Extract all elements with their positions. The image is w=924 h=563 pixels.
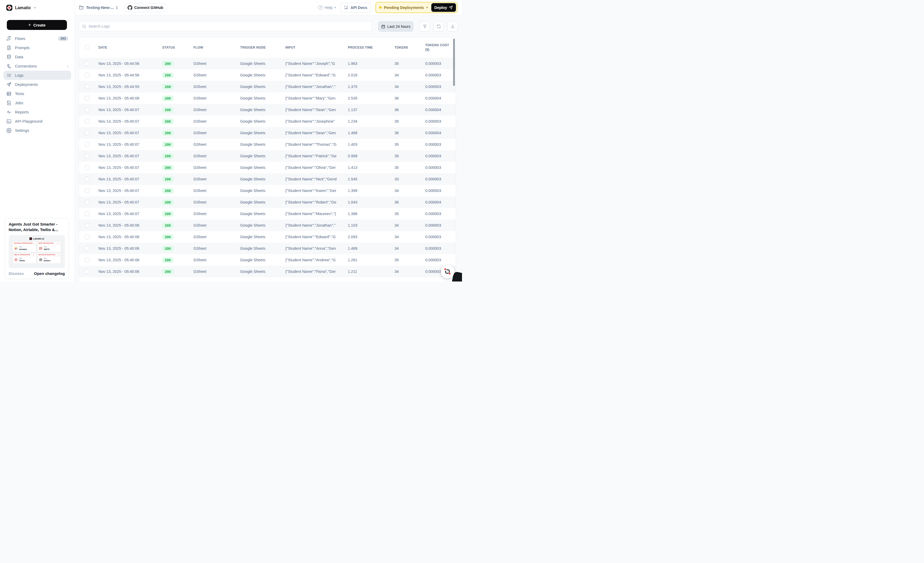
row-checkbox[interactable] bbox=[85, 258, 90, 262]
row-checkbox[interactable] bbox=[85, 165, 90, 170]
sidebar-item-api-playground[interactable]: API Playground bbox=[3, 117, 71, 126]
date-range-button[interactable]: Last 24 hours bbox=[378, 21, 413, 32]
log-row[interactable]: Nov 13, 2025 - 05:40:07200GSheetGoogle S… bbox=[79, 185, 456, 197]
project-selector[interactable]: Testing-New-... ▴▾ bbox=[79, 5, 118, 10]
row-checkbox[interactable] bbox=[85, 154, 90, 158]
log-row[interactable]: Nov 13, 2025 - 05:40:07200GSheetGoogle S… bbox=[79, 127, 456, 139]
log-row[interactable]: Nov 13, 2025 - 05:40:06200GSheetGoogle S… bbox=[79, 266, 456, 277]
log-input: {"Student Name":"Joseph","G bbox=[285, 62, 348, 66]
log-tokens: 34 bbox=[394, 223, 425, 227]
chevron-down-icon[interactable]: ▾ bbox=[426, 6, 428, 9]
column-header-process-time[interactable]: PROCESS TIME bbox=[348, 46, 394, 50]
sidebar-item-flows[interactable]: Flows293 bbox=[3, 34, 71, 43]
log-tokens-cost: 0.000003 bbox=[425, 212, 456, 216]
dismiss-button[interactable]: Dismiss bbox=[9, 271, 24, 276]
log-row[interactable]: Nov 13, 2025 - 05:40:07200GSheetGoogle S… bbox=[79, 150, 456, 162]
filter-button[interactable] bbox=[420, 21, 430, 32]
row-checkbox[interactable] bbox=[85, 61, 90, 66]
row-checkbox[interactable] bbox=[85, 212, 90, 216]
refresh-button[interactable] bbox=[434, 21, 444, 32]
sidebar-item-label: Logs bbox=[15, 73, 24, 78]
deploy-button[interactable]: Deploy bbox=[431, 3, 456, 12]
column-header-tokens[interactable]: TOKENS bbox=[394, 46, 425, 50]
column-header-flow[interactable]: FLOW bbox=[194, 46, 240, 50]
log-row[interactable]: Nov 13, 2025 - 05:40:07200GSheetGoogle S… bbox=[79, 197, 456, 208]
column-header-trigger-node[interactable]: TRIGGER NODE bbox=[240, 46, 285, 50]
column-header-tokens-cost[interactable]: TOKENS COST ($) bbox=[425, 43, 449, 52]
column-header-status[interactable]: STATUS bbox=[162, 46, 194, 50]
help-label: Help bbox=[324, 5, 333, 10]
row-checkbox[interactable] bbox=[85, 142, 90, 147]
log-row[interactable]: Nov 13, 2025 - 05:40:07200GSheetGoogle S… bbox=[79, 162, 456, 173]
sidebar-item-logs[interactable]: Logs bbox=[3, 71, 71, 80]
sidebar-item-tests[interactable]: Tests bbox=[3, 89, 71, 98]
search-input[interactable] bbox=[88, 24, 369, 29]
log-row[interactable]: Nov 13, 2025 - 05:40:07200GSheetGoogle S… bbox=[79, 139, 456, 150]
download-button[interactable] bbox=[447, 21, 458, 32]
sidebar-item-jobs[interactable]: Jobs bbox=[3, 98, 71, 107]
row-checkbox[interactable] bbox=[85, 223, 90, 228]
row-checkbox[interactable] bbox=[85, 131, 90, 135]
row-checkbox[interactable] bbox=[85, 246, 90, 251]
log-input: {"Student Name":"Sean","Gen bbox=[285, 131, 348, 135]
sidebar-item-connections[interactable]: Connections› bbox=[3, 62, 71, 71]
sidebar-item-deployments[interactable]: Deployments bbox=[3, 80, 71, 89]
log-tokens: 35 bbox=[394, 258, 425, 262]
log-row[interactable]: Nov 13, 2025 - 05:40:06200GSheetGoogle S… bbox=[79, 243, 456, 254]
help-menu[interactable]: ? Help ▾ bbox=[318, 5, 336, 10]
deploy-label: Deploy bbox=[434, 6, 447, 10]
log-row[interactable]: Nov 13, 2025 - 05:44:56200GSheetGoogle S… bbox=[79, 69, 456, 81]
brand[interactable]: Lamatic ▾ bbox=[0, 0, 75, 11]
log-flow: GSheet bbox=[194, 212, 240, 216]
log-row[interactable]: Nov 13, 2025 - 05:40:07200GSheetGoogle S… bbox=[79, 116, 456, 127]
sidebar-item-settings[interactable]: Settings bbox=[3, 126, 71, 135]
log-process-time: 1.963 bbox=[348, 62, 394, 66]
pending-deployments-label[interactable]: Pending Deployments bbox=[384, 6, 424, 10]
sidebar-item-label: Flows bbox=[15, 36, 25, 41]
integration-grid: AIRTABLE INTEGRATION▸ –AppAirtableSMTP I… bbox=[13, 242, 61, 263]
log-tokens: 34 bbox=[394, 235, 425, 239]
log-tokens: 34 bbox=[394, 189, 425, 193]
row-checkbox[interactable] bbox=[85, 234, 90, 239]
row-checkbox[interactable] bbox=[85, 119, 90, 124]
log-input: {"Student Name":"Sean","Gen bbox=[285, 108, 348, 112]
row-checkbox[interactable] bbox=[85, 96, 90, 101]
chat-widget-button[interactable] bbox=[441, 265, 454, 278]
row-checkbox[interactable] bbox=[85, 200, 90, 204]
open-changelog-button[interactable]: Open changelog bbox=[34, 271, 65, 276]
log-row[interactable]: Nov 13, 2025 - 05:40:07200GSheetGoogle S… bbox=[79, 208, 456, 219]
log-flow: GSheet bbox=[194, 269, 240, 273]
column-header-date[interactable]: DATE bbox=[98, 46, 162, 50]
select-all-checkbox[interactable] bbox=[85, 45, 90, 50]
row-checkbox[interactable] bbox=[85, 177, 90, 182]
log-row[interactable]: Nov 13, 2025 - 05:44:55200GSheetGoogle S… bbox=[79, 81, 456, 92]
api-docs-button[interactable]: API Docs bbox=[340, 3, 371, 12]
sidebar-item-prompts[interactable]: Prompts bbox=[3, 43, 71, 52]
log-date: Nov 13, 2025 - 05:44:55 bbox=[98, 84, 162, 89]
refresh-icon bbox=[436, 24, 441, 29]
create-button[interactable]: + Create bbox=[7, 20, 67, 30]
column-header-input[interactable]: INPUT bbox=[285, 46, 348, 50]
log-row[interactable]: Nov 13, 2025 - 05:40:08200GSheetGoogle S… bbox=[79, 92, 456, 104]
log-row[interactable]: Nov 13, 2025 - 05:44:56200GSheetGoogle S… bbox=[79, 58, 456, 69]
log-trigger-node: Google Sheets bbox=[240, 154, 285, 158]
log-date: Nov 13, 2025 - 05:40:07 bbox=[98, 165, 162, 170]
status-badge: 200 bbox=[162, 200, 174, 205]
row-checkbox[interactable] bbox=[85, 188, 90, 193]
row-checkbox[interactable] bbox=[85, 84, 90, 89]
connect-github-button[interactable]: Connect GitHub bbox=[124, 3, 167, 12]
sidebar-item-reports[interactable]: Reports bbox=[3, 107, 71, 117]
log-row[interactable]: Nov 13, 2025 - 05:40:07200GSheetGoogle S… bbox=[79, 104, 456, 116]
row-checkbox[interactable] bbox=[85, 269, 90, 274]
chevron-down-icon: ▾ bbox=[34, 6, 36, 9]
row-checkbox[interactable] bbox=[85, 73, 90, 78]
sidebar-item-data[interactable]: Data bbox=[3, 52, 71, 62]
row-checkbox[interactable] bbox=[85, 107, 90, 112]
table-scrollbar[interactable] bbox=[453, 39, 455, 86]
log-date: Nov 13, 2025 - 05:40:06 bbox=[98, 223, 162, 227]
log-row[interactable]: Nov 13, 2025 - 05:40:06200GSheetGoogle S… bbox=[79, 254, 456, 266]
log-row[interactable]: Nov 13, 2025 - 05:40:06200GSheetGoogle S… bbox=[79, 231, 456, 243]
log-row[interactable]: Nov 13, 2025 - 05:40:07200GSheetGoogle S… bbox=[79, 173, 456, 185]
log-row[interactable]: Nov 13, 2025 - 05:40:06200GSheetGoogle S… bbox=[79, 219, 456, 231]
log-trigger-node: Google Sheets bbox=[240, 258, 285, 262]
